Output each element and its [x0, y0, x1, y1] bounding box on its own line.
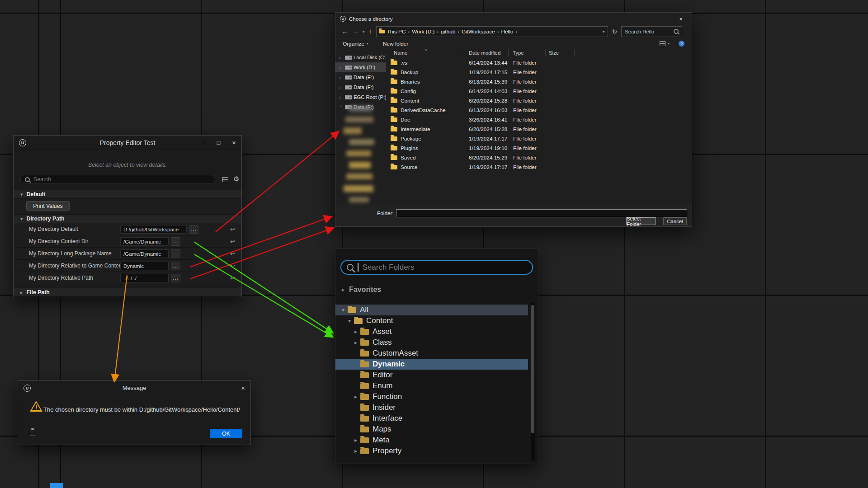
- forward-icon[interactable]: →: [352, 28, 359, 35]
- collapse-chevron-icon[interactable]: ›: [339, 105, 344, 109]
- value-field[interactable]: D:/github/GitWorkspace: [120, 225, 187, 234]
- tree-item-editor[interactable]: Editor: [335, 370, 528, 380]
- settings-gear-icon[interactable]: ⚙: [233, 175, 239, 183]
- tree-item-insider[interactable]: Insider: [335, 402, 528, 413]
- collapsed-arrow-icon[interactable]: ▸: [353, 448, 359, 454]
- scrollbar-thumb[interactable]: [531, 305, 534, 433]
- section-header-directory-path[interactable]: ▾ Directory Path: [14, 214, 241, 223]
- expand-chevron-icon[interactable]: ›: [339, 95, 343, 100]
- browse-ellipsis-button[interactable]: ...: [189, 225, 198, 234]
- collapsed-arrow-icon[interactable]: ▸: [353, 340, 359, 345]
- copy-to-clipboard-icon[interactable]: [30, 430, 35, 436]
- file-row-config[interactable]: Config6/14/2024 14:03File folder: [386, 86, 690, 96]
- window-titlebar[interactable]: U Property Editor Test – □ ×: [14, 136, 241, 150]
- sidebar-item-data-f[interactable]: › Data (F:): [335, 82, 386, 92]
- dialog-titlebar[interactable]: U Choose a directory ×: [335, 13, 692, 25]
- reset-to-default-icon[interactable]: ↩: [230, 226, 235, 233]
- column-header-size[interactable]: Size: [546, 49, 575, 56]
- organize-button[interactable]: Organize: [343, 41, 364, 47]
- file-row-vs[interactable]: .vs6/14/2024 13:44File folder: [386, 58, 690, 67]
- scrollbar-track[interactable]: [531, 302, 535, 461]
- search-folders-input[interactable]: Search Folders: [340, 260, 533, 275]
- refresh-icon[interactable]: ↻: [612, 28, 618, 35]
- value-field[interactable]: /Game/Dynamic: [120, 237, 169, 246]
- tree-item-interface[interactable]: Interface: [335, 413, 528, 424]
- file-row-source[interactable]: Source1/19/2024 17:17File folder: [386, 162, 690, 172]
- tree-item-enum[interactable]: Enum: [335, 380, 528, 391]
- browse-ellipsis-button[interactable]: ...: [171, 237, 180, 246]
- tree-item-class[interactable]: ▸ Class: [335, 337, 528, 348]
- breadcrumb-this-pc[interactable]: This PC: [387, 28, 406, 35]
- back-icon[interactable]: ←: [342, 28, 348, 35]
- reset-to-default-icon[interactable]: ↩: [230, 275, 235, 282]
- minimize-icon[interactable]: –: [202, 139, 205, 146]
- column-header-type[interactable]: Type: [509, 49, 546, 56]
- browse-ellipsis-button[interactable]: ...: [171, 274, 180, 282]
- browse-ellipsis-button[interactable]: ...: [171, 249, 180, 258]
- value-field[interactable]: ../../../: [120, 274, 169, 282]
- up-icon[interactable]: ↑: [369, 28, 372, 35]
- new-folder-button[interactable]: New folder: [383, 41, 408, 47]
- collapsed-arrow-icon[interactable]: ▸: [342, 287, 344, 292]
- column-header-date[interactable]: Date modified: [464, 49, 509, 56]
- value-field[interactable]: /Game/Dynamic: [120, 249, 169, 258]
- breadcrumb-hello[interactable]: Hello: [501, 28, 513, 35]
- browse-ellipsis-button[interactable]: ...: [171, 262, 180, 270]
- view-mode-icon[interactable]: [660, 41, 665, 46]
- favorites-section[interactable]: ▸ Favorites: [342, 286, 381, 294]
- file-row-plugins[interactable]: Plugins1/19/2024 19:10File folder: [386, 143, 690, 153]
- value-field[interactable]: Dynamic: [120, 262, 169, 270]
- close-icon[interactable]: ×: [675, 15, 687, 23]
- close-icon[interactable]: ×: [232, 139, 236, 146]
- tree-item-property[interactable]: ▸ Property: [335, 446, 528, 456]
- file-row-intermediate[interactable]: Intermediate6/20/2024 15:28File folder: [386, 124, 690, 134]
- tree-item-function[interactable]: ▸ Function: [335, 391, 528, 402]
- file-row-package[interactable]: Package1/19/2024 17:17File folder: [386, 134, 690, 143]
- file-row-doc[interactable]: Doc3/26/2024 16:41File folder: [386, 115, 690, 124]
- close-icon[interactable]: ×: [241, 384, 245, 392]
- expand-chevron-icon[interactable]: ›: [339, 85, 343, 90]
- display-filter-icon[interactable]: [222, 177, 228, 182]
- search-input[interactable]: Search: [20, 175, 215, 184]
- view-dropdown-icon[interactable]: ▾: [668, 42, 670, 46]
- tree-item-maps[interactable]: Maps: [335, 424, 528, 435]
- maximize-icon[interactable]: □: [217, 139, 220, 146]
- tree-item-all[interactable]: ▾ All: [335, 305, 528, 315]
- expand-chevron-icon[interactable]: ›: [339, 55, 343, 60]
- address-dropdown-icon[interactable]: ▾: [603, 29, 605, 34]
- sidebar-item-work-d[interactable]: › Work (D:): [335, 62, 386, 72]
- breadcrumb-work-d[interactable]: Work (D:): [412, 28, 434, 35]
- section-header-default[interactable]: ▾ Default: [14, 190, 241, 199]
- sidebar-item-egc-root-p[interactable]: › EGC Root (P:): [335, 92, 386, 102]
- expanded-arrow-icon[interactable]: ▾: [340, 307, 346, 313]
- sidebar-item-local-disk-c[interactable]: › Local Disk (C:): [335, 52, 386, 62]
- reset-to-default-icon[interactable]: ↩: [230, 263, 235, 269]
- cancel-button[interactable]: Cancel: [663, 217, 687, 225]
- expand-chevron-icon[interactable]: ›: [339, 75, 343, 80]
- reset-to-default-icon[interactable]: ↩: [230, 238, 235, 245]
- tree-item-content[interactable]: ▾ Content: [335, 315, 528, 326]
- print-values-button[interactable]: Print Values: [26, 201, 70, 211]
- sidebar-item-data-e[interactable]: › Data (E:): [335, 72, 386, 82]
- breadcrumb-github[interactable]: github: [441, 28, 455, 35]
- ok-button[interactable]: OK: [210, 429, 242, 438]
- help-icon[interactable]: ?: [679, 41, 684, 47]
- tree-item-customasset[interactable]: CustomAsset: [335, 348, 528, 359]
- column-header-name[interactable]: Name ^: [386, 49, 464, 56]
- tree-item-dynamic[interactable]: Dynamic: [335, 359, 528, 370]
- tree-item-asset[interactable]: ▸ Asset: [335, 326, 528, 337]
- collapsed-arrow-icon[interactable]: ▸: [353, 437, 359, 443]
- file-row-content[interactable]: Content6/20/2024 15:28File folder: [386, 96, 690, 105]
- collapsed-arrow-icon[interactable]: ▸: [353, 329, 359, 334]
- expand-chevron-icon[interactable]: ›: [339, 65, 343, 70]
- history-chevron-icon[interactable]: ▾: [363, 29, 365, 34]
- select-folder-button[interactable]: Select Folder: [626, 217, 656, 225]
- expanded-arrow-icon[interactable]: ▾: [346, 318, 353, 324]
- file-row-binaries[interactable]: Binaries6/13/2024 15:39File folder: [386, 77, 690, 86]
- search-box[interactable]: Search Hello: [621, 26, 682, 37]
- tree-item-meta[interactable]: ▸ Meta: [335, 435, 528, 446]
- file-row-deriveddatacache[interactable]: DerivedDataCache6/13/2024 16:03File fold…: [386, 105, 690, 115]
- file-row-backup[interactable]: Backup1/19/2024 17:15File folder: [386, 67, 690, 77]
- breadcrumb-gitworkspace[interactable]: GitWorkspace: [462, 28, 495, 35]
- reset-to-default-icon[interactable]: ↩: [230, 250, 235, 257]
